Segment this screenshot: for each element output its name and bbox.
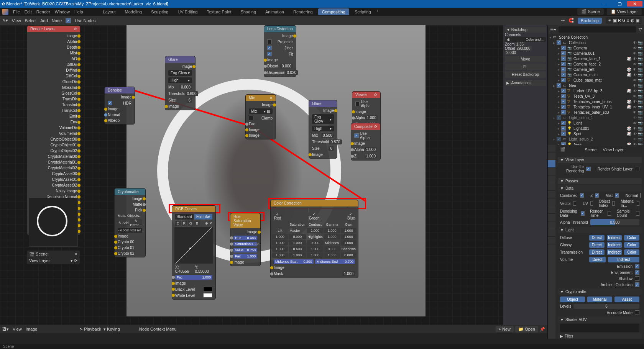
shaderaov-subheader[interactable]: ▼ Shader AOV bbox=[558, 316, 642, 323]
outliner-item-camera-main[interactable]: ▸Camera_main🎲👁 📷 bbox=[549, 72, 643, 77]
tab-rendering[interactable]: Rendering bbox=[289, 8, 317, 15]
node-header[interactable]: Composite⟳ bbox=[351, 123, 380, 130]
tab-scripting[interactable]: Scripting bbox=[351, 8, 375, 15]
output-image[interactable]: Image bbox=[29, 33, 79, 39]
node-layer-field[interactable]: View Layer▾ ⟳ bbox=[27, 257, 80, 264]
toolbar-select[interactable]: Select bbox=[25, 18, 37, 23]
move-button[interactable]: Move bbox=[505, 56, 546, 62]
node-denoise[interactable]: Denoise Image HDR Image Normal Albedo bbox=[104, 87, 135, 125]
outliner-item-camera-left[interactable]: ▸Camera_left🎲👁 📷 bbox=[549, 67, 643, 72]
glare-quality-dropdown[interactable]: High▾ bbox=[168, 77, 192, 83]
outliner-search[interactable] bbox=[559, 26, 636, 33]
outliner-item-tentacles-inner-uv-1[interactable]: ▸Tentacles_inner_UV_1🎲👁 📷 bbox=[549, 104, 643, 110]
maximize-button[interactable]: ▢ bbox=[612, 1, 627, 7]
channel-c[interactable]: C bbox=[175, 221, 181, 226]
fit-button[interactable]: Fit bbox=[505, 64, 546, 70]
tab-animation[interactable]: Animation bbox=[261, 8, 288, 15]
output-diffcol[interactable]: DiffCol bbox=[29, 73, 79, 79]
node-glare-1[interactable]: Glare Image Fog Glow▾ High▾ Mix0.000 Thr… bbox=[165, 56, 196, 110]
node-header[interactable]: Glare bbox=[165, 56, 195, 63]
output-alpha[interactable]: Alpha bbox=[29, 39, 79, 44]
outliner-item-tentacles-outer-sd3[interactable]: ▸Tentacles_outer_sd3👁 📷 bbox=[549, 110, 643, 115]
menu-edit[interactable]: Edit bbox=[25, 10, 32, 14]
node-lens-distortion[interactable]: Lens Distortion Image Projector Jitter F… bbox=[264, 25, 296, 77]
pivot-icon[interactable]: ⊹ bbox=[561, 18, 565, 23]
mix-blend-dropdown[interactable]: Mix▾ ▦ bbox=[249, 108, 273, 114]
minimize-button[interactable]: — bbox=[596, 1, 612, 7]
tab-layout[interactable]: Layout bbox=[99, 8, 120, 15]
menu-render[interactable]: Render bbox=[36, 10, 50, 14]
outliner-item-spot[interactable]: ▸Spot🎲👁 📷 bbox=[549, 131, 643, 136]
footbar-view[interactable]: View bbox=[13, 327, 22, 331]
use-nodes-checkbox[interactable] bbox=[66, 18, 71, 23]
node-header[interactable]: RGB Curves bbox=[172, 206, 215, 212]
channel-b[interactable]: B bbox=[194, 221, 200, 226]
outliner-item-tentacles-inner-blobs[interactable]: ▸Tentacles_inner_blobs🎲👁 📷 bbox=[549, 99, 643, 104]
outliner-item-light[interactable]: ▸Light👁 📷 bbox=[549, 120, 643, 126]
output-depth[interactable]: Depth bbox=[29, 44, 79, 50]
output-volumedir[interactable]: VolumeDir bbox=[29, 125, 79, 131]
output-transind[interactable]: TransInd bbox=[29, 102, 79, 108]
output-cryptoobject01[interactable]: CryptoObject01 bbox=[29, 142, 79, 148]
node-cryptomatte[interactable]: Cryptomatte Image Matte Pick Matte Objec… bbox=[114, 188, 146, 257]
reset-backdrop-button[interactable]: Reset Backdrop bbox=[505, 71, 546, 78]
node-header[interactable]: Cryptomatte bbox=[115, 188, 145, 195]
output-cryptomaterial01[interactable]: CryptoMaterial01 bbox=[29, 159, 79, 165]
outliner-item-teeth-uv-3[interactable]: ▸Teeth_UV_3👁 📷 bbox=[549, 93, 643, 99]
close-button[interactable]: ✕ bbox=[627, 1, 642, 7]
output-mist[interactable]: Mist bbox=[29, 50, 79, 56]
levels-field[interactable]: 6 bbox=[573, 304, 639, 309]
output-cryptoobject00[interactable]: CryptoObject00 bbox=[29, 136, 79, 142]
node-rgb-curves[interactable]: RGB Curves StandardFilm like C R G B ⊕ ✕… bbox=[172, 205, 216, 300]
tab-compositing[interactable]: Compositing bbox=[318, 8, 349, 15]
output-cryptomaterial00[interactable]: CryptoMaterial00 bbox=[29, 154, 79, 159]
node-header[interactable]: Lens Distortion bbox=[264, 26, 296, 32]
menu-file[interactable]: File bbox=[13, 10, 20, 14]
output-glossdir[interactable]: GlossDir bbox=[29, 79, 79, 85]
node-header[interactable]: Color Correction bbox=[271, 200, 358, 206]
annotations-panel-header[interactable]: Annotations bbox=[511, 81, 532, 85]
output-cryptoasset00[interactable]: CryptoAsset00 bbox=[29, 171, 79, 177]
open-image-button[interactable]: 📁 Open bbox=[515, 326, 538, 333]
footbar-image[interactable]: Image bbox=[26, 327, 38, 331]
output-env[interactable]: Env bbox=[29, 119, 79, 125]
data-subheader[interactable]: ▼ Data bbox=[558, 185, 642, 192]
node-ctx[interactable]: Node Context Menu bbox=[139, 327, 177, 331]
outliner-item-light-setup-1[interactable]: ▸Light_setup_1👁 📷 bbox=[549, 115, 643, 120]
output-cryptoobject02[interactable]: CryptoObject02 bbox=[29, 148, 79, 154]
output-glossind[interactable]: GlossInd bbox=[29, 85, 79, 90]
offset-x-field[interactable]: 290.000 bbox=[515, 46, 532, 51]
node-header[interactable]: Hue Saturation Value bbox=[230, 213, 260, 228]
properties-tabs[interactable] bbox=[548, 145, 555, 339]
output-transdir[interactable]: TransDir bbox=[29, 96, 79, 102]
channel-r[interactable]: R bbox=[182, 221, 187, 226]
scene-selector[interactable]: 🎬 Scene bbox=[577, 8, 603, 15]
outliner[interactable]: ▾Scene Collection ▸Collection👁 📷▸Camera👁… bbox=[548, 34, 644, 145]
tab-shading[interactable]: Shading bbox=[237, 8, 260, 15]
output-noisy-image[interactable]: Noisy Image bbox=[29, 188, 79, 194]
hdr-checkbox[interactable] bbox=[108, 101, 112, 105]
output-diffind[interactable]: DiffInd bbox=[29, 67, 79, 73]
node-mix[interactable]: Mix✕ Image Mix▾ ▦ Clamp Fac Image Image bbox=[245, 94, 276, 139]
menu-window[interactable]: Window bbox=[55, 10, 70, 14]
backdrop-panel-header[interactable]: Backdrop bbox=[511, 28, 527, 32]
toolbar-view[interactable]: View bbox=[12, 18, 21, 23]
node-color-correction[interactable]: Color Correction Red Green Blue Saturati… bbox=[270, 200, 358, 278]
output-glosscol[interactable]: GlossCol bbox=[29, 90, 79, 96]
outliner-item-camera-face-1[interactable]: ▸Camera_face_1🎲👁 📷 bbox=[549, 56, 643, 61]
outliner-item-geo[interactable]: ▸Geo👁 📷 bbox=[549, 83, 643, 88]
pin-icon[interactable]: 📌 bbox=[540, 327, 545, 332]
prop-layer[interactable]: View Layer bbox=[601, 146, 642, 153]
snap-icon[interactable]: 🧲 bbox=[568, 18, 574, 23]
channel-buttons[interactable]: ☀ ▣ R G B ◐ ▣ bbox=[606, 17, 642, 24]
prop-scene[interactable]: 🎬 Scene bbox=[558, 146, 599, 153]
menu-help[interactable]: Help bbox=[74, 10, 83, 14]
node-hsv[interactable]: Hue Saturation Value Image Hue0.483 Satu… bbox=[230, 213, 261, 266]
toolbar-add[interactable]: Add bbox=[40, 18, 48, 23]
tab-add[interactable]: + bbox=[376, 8, 379, 15]
outliner-item-camera-face-2[interactable]: ▸Camera_face_2👁 📷 bbox=[549, 61, 643, 67]
tab-sculpting[interactable]: Sculpting bbox=[147, 8, 172, 15]
std-button[interactable]: Standard bbox=[175, 214, 194, 220]
output-cryptoasset01[interactable]: CryptoAsset01 bbox=[29, 177, 79, 182]
glare-type-dropdown[interactable]: Fog Glow▾ bbox=[168, 70, 192, 76]
